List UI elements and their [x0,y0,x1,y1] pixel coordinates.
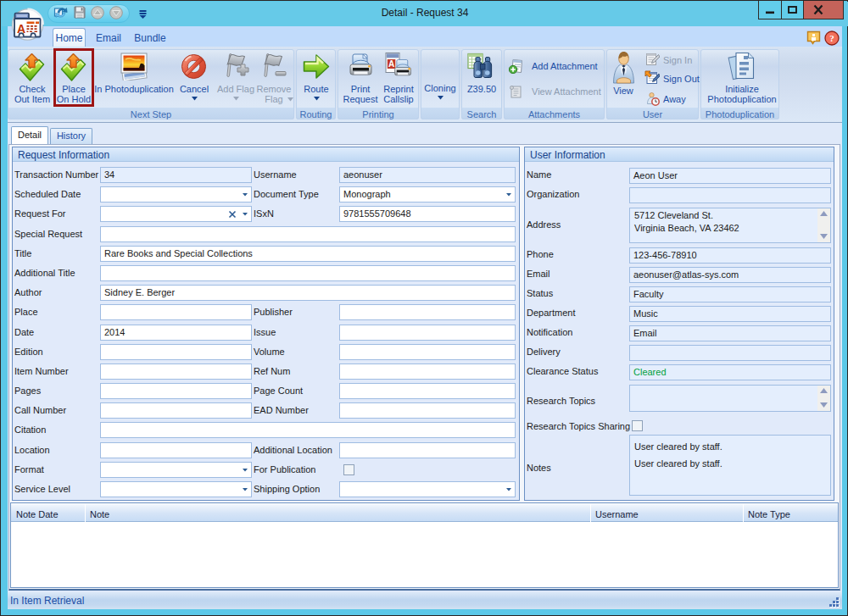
svg-text:A: A [388,59,394,69]
svg-text:?: ? [829,33,834,43]
